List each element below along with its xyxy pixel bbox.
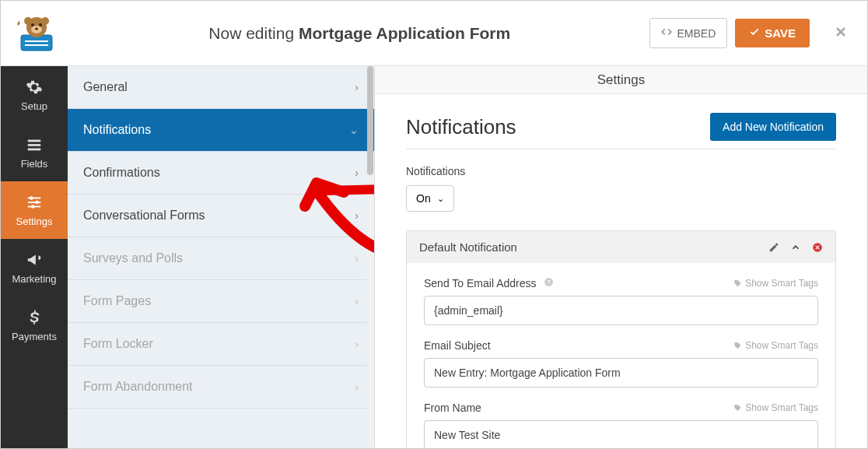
tabs-rail: Setup Fields Settings Marketing Payments — [1, 66, 68, 448]
chevron-right-icon: › — [355, 81, 359, 93]
rail-setup[interactable]: Setup — [1, 66, 68, 124]
sidebar-item-pages[interactable]: Form Pages › — [68, 280, 374, 323]
svg-rect-14 — [28, 148, 41, 150]
sidebar-item-notifications[interactable]: Notifications ⌄ — [68, 109, 374, 152]
svg-point-5 — [41, 17, 49, 25]
notification-title: Default Notification — [419, 240, 517, 254]
svg-rect-13 — [28, 144, 41, 146]
sidebar-item-confirmations[interactable]: Confirmations › — [68, 152, 374, 195]
tag-icon — [733, 279, 742, 288]
settings-sidebar: General › Notifications ⌄ Confirmations … — [68, 66, 375, 448]
save-button[interactable]: SAVE — [735, 19, 810, 47]
svg-point-7 — [31, 23, 34, 26]
svg-point-8 — [39, 23, 42, 26]
content-page-title: Settings — [375, 66, 867, 94]
help-icon[interactable]: ? — [544, 277, 554, 289]
subject-label: Email Subject — [424, 339, 491, 352]
rail-fields[interactable]: Fields — [1, 124, 68, 181]
chevron-up-icon[interactable] — [790, 242, 801, 253]
chevron-right-icon: › — [355, 338, 359, 350]
sidebar-item-surveys[interactable]: Surveys and Polls › — [68, 237, 374, 280]
chevron-right-icon: › — [355, 167, 359, 179]
header-actions: EMBED SAVE — [649, 18, 855, 48]
delete-icon[interactable] — [812, 242, 823, 253]
sidebar-item-conversational[interactable]: Conversational Forms › — [68, 195, 374, 237]
sidebar-item-locker[interactable]: Form Locker › — [68, 323, 374, 366]
svg-point-9 — [35, 27, 38, 30]
chevron-right-icon: › — [355, 209, 359, 222]
panel-title: Notifications — [406, 115, 516, 139]
edit-icon[interactable] — [768, 242, 779, 253]
svg-text:?: ? — [548, 279, 551, 286]
embed-button[interactable]: EMBED — [649, 18, 727, 48]
sidebar-item-general[interactable]: General › — [68, 66, 374, 109]
smart-tags-toggle[interactable]: Show Smart Tags — [733, 278, 818, 289]
chevron-right-icon: › — [355, 252, 359, 265]
rail-payments[interactable]: Payments — [1, 296, 68, 354]
gear-icon — [26, 79, 43, 96]
subject-input[interactable] — [424, 358, 818, 388]
smart-tags-toggle[interactable]: Show Smart Tags — [733, 402, 818, 413]
tag-icon — [733, 342, 742, 350]
header-title: Now editing Mortgage Application Form — [69, 24, 649, 43]
send-to-label: Send To Email Address — [424, 277, 537, 289]
svg-point-18 — [35, 200, 39, 204]
scrollbar[interactable] — [367, 66, 373, 448]
svg-point-20 — [31, 205, 35, 209]
chevron-right-icon: › — [355, 381, 359, 393]
app-logo — [13, 12, 60, 55]
from-name-label: From Name — [424, 402, 481, 414]
chevron-right-icon: › — [355, 295, 359, 307]
sidebar-item-abandonment[interactable]: Form Abandonment › — [68, 366, 374, 409]
check-icon — [749, 26, 760, 40]
panel-heading: Notifications Add New Notification — [406, 113, 836, 149]
notifications-toggle[interactable]: On ⌄ — [406, 185, 454, 212]
notification-actions — [768, 242, 823, 253]
smart-tags-toggle[interactable]: Show Smart Tags — [733, 340, 818, 351]
code-icon — [661, 26, 672, 40]
chevron-down-icon: ⌄ — [437, 194, 444, 204]
notification-block: Default Notification Send To Email Addre… — [406, 230, 836, 448]
content-area: Settings Notifications Add New Notificat… — [375, 66, 867, 448]
chevron-down-icon: ⌄ — [349, 124, 359, 136]
svg-point-4 — [24, 17, 32, 25]
list-icon — [26, 136, 43, 153]
send-to-input[interactable] — [424, 296, 818, 325]
notifications-toggle-label: Notifications — [406, 165, 836, 177]
rail-marketing[interactable]: Marketing — [1, 239, 68, 296]
rail-settings[interactable]: Settings — [1, 181, 68, 239]
svg-rect-12 — [28, 139, 41, 142]
header: Now editing Mortgage Application Form EM… — [1, 1, 867, 66]
svg-point-16 — [30, 196, 33, 200]
dollar-icon — [26, 309, 43, 326]
tag-icon — [733, 404, 742, 412]
content-body: Notifications Add New Notification Notif… — [375, 94, 867, 448]
main: Setup Fields Settings Marketing Payments… — [1, 66, 867, 448]
close-icon[interactable] — [817, 23, 855, 44]
from-name-input[interactable] — [424, 420, 818, 448]
scrollbar-thumb[interactable] — [367, 66, 373, 175]
add-notification-button[interactable]: Add New Notification — [710, 113, 836, 141]
notification-block-header: Default Notification — [407, 231, 835, 263]
sliders-icon — [26, 194, 43, 211]
bullhorn-icon — [26, 251, 43, 268]
notification-block-body: Send To Email Address ? Show Smart Tags — [407, 263, 835, 448]
